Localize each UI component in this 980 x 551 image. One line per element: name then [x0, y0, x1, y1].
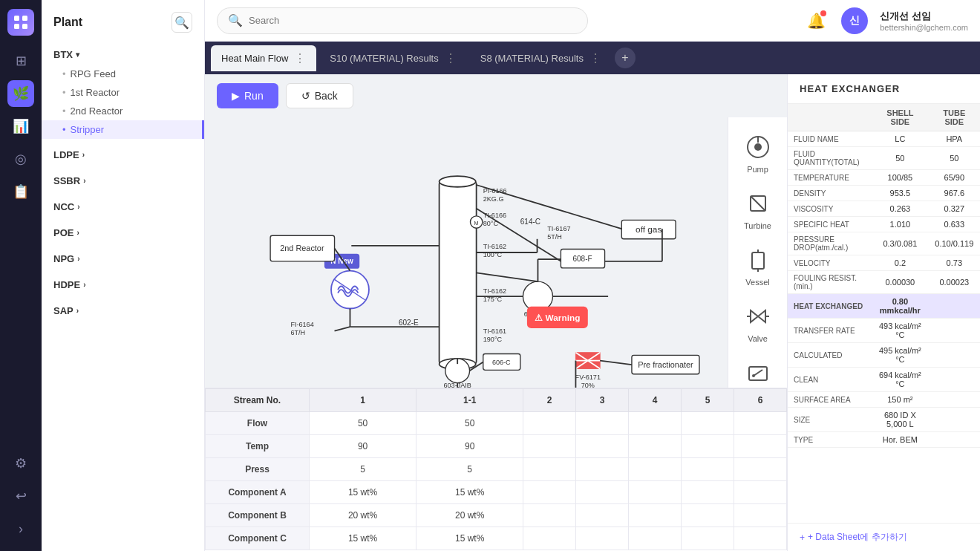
svg-text:70%: 70%	[581, 382, 595, 388]
svg-point-15	[440, 176, 476, 187]
tool-vessel[interactable]: Vessel	[734, 239, 782, 293]
svg-text:TI-6167: TI-6167	[547, 225, 570, 232]
row-cell: 90	[416, 435, 523, 458]
svg-rect-3	[22, 24, 27, 29]
hex-tube-value: 0.327	[929, 201, 980, 217]
sidebar-group-label-poe[interactable]: POE ›	[42, 223, 204, 243]
hex-shell-value: 495 kcal/m² °C	[872, 343, 929, 368]
hex-table-row: FLUID QUANTITY(TOTAL)5050	[788, 147, 980, 170]
sidebar-title: Plant	[53, 16, 82, 29]
main-content-row: ▶ Run ↺ Back	[205, 74, 980, 551]
user-info: 신개선 선임 bettershin@lgchem.com	[880, 10, 968, 32]
row-cell	[523, 504, 576, 527]
topbar: 🔍 🔔 신 신개선 선임 bettershin@lgchem.com	[205, 0, 980, 42]
hex-tube-value: 0.73	[929, 255, 980, 271]
row-label: Flow	[206, 412, 310, 435]
hex-shell-value: 0.263	[872, 201, 929, 217]
notification-button[interactable]: 🔔	[803, 7, 829, 34]
tab-s8-material[interactable]: S8 (MATERIAL) Results ⋮	[470, 45, 612, 71]
hex-shell-value: Hor. BEM	[872, 432, 929, 448]
stream-data-table: Stream No. 1 1-1 2 3 4 5 6 Flow5050Temp9…	[205, 388, 787, 550]
hex-table-row: TYPEHor. BEM	[788, 432, 980, 448]
row-cell	[734, 504, 787, 527]
sidebar-group-label-hdpe[interactable]: HDPE ›	[42, 275, 204, 295]
ldpe-arrow-icon: ›	[82, 151, 85, 159]
svg-text:FV-6171: FV-6171	[575, 374, 601, 381]
row-cell	[523, 527, 576, 550]
nav-analytics[interactable]: 📊	[7, 113, 34, 140]
search-input[interactable]	[249, 15, 577, 26]
poe-arrow-icon: ›	[76, 229, 79, 237]
sidebar-item-2ndreactor[interactable]: 2nd Reactor	[42, 102, 204, 120]
hex-tube-value	[929, 294, 980, 319]
sidebar-group-ldpe: LDPE ›	[42, 145, 204, 165]
tab-add-button[interactable]: +	[615, 48, 636, 68]
add-datasheet-button[interactable]: + + Data Sheet에 추가하기	[800, 531, 968, 544]
hex-tube-value	[929, 432, 980, 448]
sidebar-group-label-btx[interactable]: BTX ▾	[42, 45, 204, 65]
hex-table-row: FOULING RESIST.(min.)0.000300.00023	[788, 271, 980, 294]
svg-point-86	[752, 374, 755, 377]
tab-s10-material[interactable]: S10 (MATERIAL) Results ⋮	[319, 45, 466, 71]
sidebar-group-label-npg[interactable]: NPG ›	[42, 249, 204, 269]
hex-tube-value: 0.10/0.119	[929, 232, 980, 255]
sidebar-group-label-sap[interactable]: SAP ›	[42, 301, 204, 321]
nav-expand[interactable]: ›	[7, 515, 34, 542]
sidebar-group-label-ssbr[interactable]: SSBR ›	[42, 171, 204, 191]
hex-table-row: DENSITY953.5967.6	[788, 186, 980, 201]
hex-table-row: HEAT EXCHANGED0.80 mmkcal/hr	[788, 294, 980, 319]
row-cell	[629, 435, 682, 458]
sidebar-group-label-ldpe[interactable]: LDPE ›	[42, 145, 204, 165]
nav-home[interactable]: ⊞	[7, 48, 34, 74]
svg-text:TI-6161: TI-6161	[483, 327, 506, 335]
tool-pump[interactable]: Pump	[734, 126, 782, 180]
flow-diagram[interactable]: off gas 608-F PI-6166	[205, 117, 728, 388]
hex-title: HEAT EXCHANGER	[788, 74, 980, 104]
back-button[interactable]: ↺ Back	[286, 83, 353, 108]
table-header-row: Stream No. 1 1-1 2 3 4 5 6	[206, 389, 787, 412]
search-box[interactable]: 🔍	[217, 7, 588, 34]
row-cell	[682, 412, 734, 435]
tab-heat-main-flow[interactable]: Heat Main Flow ⋮	[211, 45, 316, 71]
col-header-1: 1	[310, 389, 416, 412]
svg-text:M: M	[474, 220, 479, 226]
row-cell	[523, 412, 576, 435]
tool-instrument[interactable]: Instrument	[734, 352, 782, 388]
tab-menu-icon[interactable]: ⋮	[294, 51, 306, 65]
tool-valve[interactable]: Valve	[734, 296, 782, 349]
sidebar-item-stripper[interactable]: Stripper	[42, 120, 204, 139]
hex-shell-value: 0.3/0.081	[872, 232, 929, 255]
row-cell	[629, 481, 682, 504]
tool-turbine[interactable]: Turbine	[734, 183, 782, 236]
hex-table-row: PRESSURE DROP(atm./cal.)0.3/0.0810.10/0.…	[788, 232, 980, 255]
app-logo[interactable]	[7, 9, 34, 36]
nav-network[interactable]: ◎	[7, 146, 34, 172]
row-cell	[523, 458, 576, 481]
row-cell	[576, 481, 629, 504]
tab-menu-icon-3[interactable]: ⋮	[589, 51, 601, 65]
sidebar-group-label-ncc[interactable]: NCC ›	[42, 197, 204, 217]
row-cell: 50	[310, 412, 416, 435]
row-cell	[576, 458, 629, 481]
hex-shell-value: 0.2	[872, 255, 929, 271]
hex-row-label: SIZE	[788, 408, 872, 432]
nav-settings[interactable]: ⚙	[7, 450, 34, 477]
row-label: Temp	[206, 435, 310, 458]
svg-line-77	[751, 196, 765, 211]
sidebar: Plant 🔍 BTX ▾ RPG Feed 1st Reactor 2nd R…	[42, 0, 205, 551]
heat-exchanger-panel: HEAT EXCHANGER SHELL SIDE TUBE SIDE FLUI…	[787, 74, 980, 551]
tab-menu-icon-2[interactable]: ⋮	[445, 51, 457, 65]
hex-shell-value: 100/85	[872, 170, 929, 186]
sidebar-item-1streactor[interactable]: 1st Reactor	[42, 83, 204, 102]
nav-logout[interactable]: ↩	[7, 483, 34, 509]
sidebar-search-button[interactable]: 🔍	[172, 12, 192, 33]
stream-table: Stream No. 1 1-1 2 3 4 5 6 Flow5050Temp9…	[205, 388, 787, 551]
pump-icon	[743, 132, 773, 162]
sidebar-item-rpgfeed[interactable]: RPG Feed	[42, 65, 204, 83]
run-button[interactable]: ▶ Run	[217, 83, 278, 108]
nav-docs[interactable]: 📋	[7, 178, 34, 205]
svg-text:FI-6164: FI-6164	[290, 321, 313, 328]
nav-plant[interactable]: 🌿	[7, 80, 34, 107]
row-cell: 5	[310, 458, 416, 481]
col-header-4: 4	[629, 389, 682, 412]
